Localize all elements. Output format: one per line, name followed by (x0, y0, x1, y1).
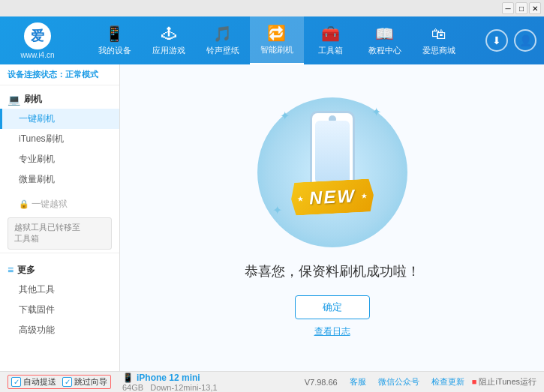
auto-send-checkbox-label[interactable]: 自动提送 (11, 376, 56, 388)
star-right-icon: ★ (360, 191, 368, 199)
check-update-link[interactable]: 检查更新 (431, 376, 464, 388)
sidebar-item-itunes-flash[interactable]: iTunes刷机 (0, 129, 119, 149)
sidebar-item-jailbreak: 🔒 一键越狱 (0, 194, 119, 214)
success-message: 恭喜您，保资料刷机成功啦！ (245, 262, 420, 280)
title-bar: ─ □ ✕ (0, 0, 544, 16)
wallpaper-icon: 🎵 (213, 25, 232, 43)
daily-log-link[interactable]: 查看日志 (314, 325, 350, 338)
bottom-right-links: V7.98.66 客服 微信公众号 检查更新 (305, 376, 464, 388)
smart-flash-icon: 🔁 (267, 24, 286, 42)
sidebar-item-other-tools[interactable]: 其他工具 (0, 280, 119, 300)
version-label: V7.98.66 (305, 378, 338, 387)
logo-site: www.i4.cn (20, 51, 54, 59)
main-area: 设备连接状态：正常模式 💻 刷机 一键刷机 iTunes刷机 专业刷机 微量刷机… (0, 64, 544, 371)
sidebar-item-micro-flash[interactable]: 微量刷机 (0, 169, 119, 190)
stop-itunes-button[interactable]: ■阻止iTunes运行 (464, 376, 536, 388)
new-badge: ★ NEW ★ (290, 178, 374, 216)
sidebar-item-pro-flash[interactable]: 专业刷机 (0, 149, 119, 169)
success-illustration: ✦ ✦ ✦ ★ NEW ★ (257, 97, 407, 247)
my-device-icon: 📱 (105, 25, 124, 43)
confirm-button[interactable]: 确定 (295, 295, 370, 319)
device-info: 📱 iPhone 12 mini 64GB Down-12mini-13,1 (119, 373, 235, 392)
flash-section-title[interactable]: 💻 刷机 (0, 90, 119, 109)
sparkle-icon-3: ✦ (272, 203, 282, 217)
tutorial-icon: 📖 (375, 25, 394, 43)
stop-icon: ■ (472, 377, 477, 386)
nav-mall[interactable]: 🛍 爱思商城 (412, 16, 466, 64)
status-label: 设备连接状态： (8, 70, 65, 79)
toolbox-icon: 🧰 (321, 25, 340, 43)
user-button[interactable]: 👤 (514, 29, 536, 52)
skip-wizard-checkbox-label[interactable]: 跳过向导 (62, 376, 107, 388)
maximize-button[interactable]: □ (515, 2, 527, 14)
apps-games-icon: 🕹 (161, 25, 176, 43)
sidebar-item-advanced[interactable]: 高级功能 (0, 320, 119, 340)
sidebar-item-download-firmware[interactable]: 下载固件 (0, 300, 119, 320)
bottom-bar: 自动提送 跳过向导 📱 iPhone 12 mini 64GB Down-12m… (0, 371, 544, 392)
lock-icon: 🔒 (19, 199, 29, 209)
nav-apps-games[interactable]: 🕹 应用游戏 (142, 16, 196, 64)
nav-wallpaper[interactable]: 🎵 铃声壁纸 (196, 16, 250, 64)
more-section: ≡ 更多 其他工具 下载固件 高级功能 (0, 256, 119, 345)
sidebar-notice: 越狱工具已转移至工具箱 (8, 217, 112, 250)
wechat-link[interactable]: 微信公众号 (378, 376, 419, 388)
star-left-icon: ★ (296, 194, 304, 202)
device-details: 64GB Down-12mini-13,1 (122, 383, 235, 392)
sparkle-icon-1: ✦ (280, 109, 290, 123)
nav-bar: 📱 我的设备 🕹 应用游戏 🎵 铃声壁纸 🔁 智能刷机 🧰 工具箱 📖 教程中心… (75, 16, 478, 64)
sidebar-divider (0, 253, 119, 253)
nav-tutorial[interactable]: 📖 教程中心 (358, 16, 412, 64)
flash-section-icon: 💻 (8, 94, 20, 106)
main-content: ✦ ✦ ✦ ★ NEW ★ 恭喜您，保资料刷机成功啦！ 确定 (120, 64, 544, 371)
support-link[interactable]: 客服 (350, 376, 366, 388)
nav-my-device[interactable]: 📱 我的设备 (88, 16, 142, 64)
flash-section: 💻 刷机 一键刷机 iTunes刷机 专业刷机 微量刷机 (0, 85, 119, 194)
logo[interactable]: 爱 www.i4.cn (8, 22, 68, 59)
auto-send-checkbox[interactable] (11, 377, 21, 387)
device-name: 📱 iPhone 12 mini (122, 373, 235, 383)
nav-smart-flash[interactable]: 🔁 智能刷机 (250, 16, 304, 64)
mall-icon: 🛍 (431, 25, 446, 43)
nav-right-buttons: ⬇ 👤 (485, 29, 536, 52)
download-button[interactable]: ⬇ (485, 29, 508, 52)
header: 爱 www.i4.cn 📱 我的设备 🕹 应用游戏 🎵 铃声壁纸 🔁 智能刷机 … (0, 16, 544, 64)
more-section-title[interactable]: ≡ 更多 (0, 261, 119, 280)
status-value: 正常模式 (65, 70, 98, 79)
minimize-button[interactable]: ─ (502, 2, 514, 14)
sidebar-item-one-click-flash[interactable]: 一键刷机 (0, 109, 119, 129)
skip-wizard-checkbox[interactable] (62, 377, 72, 387)
sidebar: 设备连接状态：正常模式 💻 刷机 一键刷机 iTunes刷机 专业刷机 微量刷机… (0, 64, 120, 371)
nav-toolbox[interactable]: 🧰 工具箱 (304, 16, 358, 64)
sparkle-icon-2: ✦ (371, 105, 381, 119)
connection-status: 设备连接状态：正常模式 (0, 64, 119, 85)
logo-icon: 爱 (24, 22, 51, 49)
checkbox-group: 自动提送 跳过向导 (8, 375, 111, 389)
close-button[interactable]: ✕ (529, 2, 541, 14)
device-icon: 📱 (122, 373, 134, 383)
more-section-icon: ≡ (8, 264, 14, 276)
